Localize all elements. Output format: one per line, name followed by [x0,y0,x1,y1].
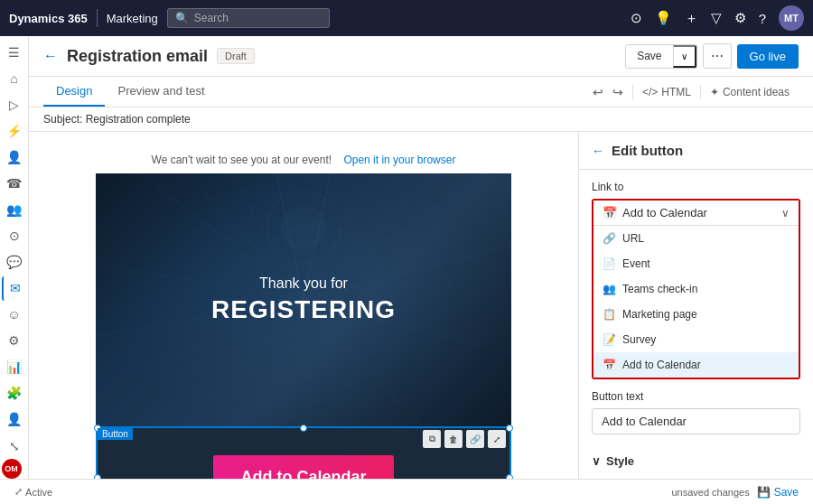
survey-icon: 📝 [603,333,615,346]
duplicate-icon[interactable]: ⧉ [423,430,441,448]
option-add-to-calendar[interactable]: 📅 Add to Calendar [593,352,799,378]
style-section-header[interactable]: ∨ Style [592,454,800,468]
dropdown-options-list: 🔗 URL 📄 Event 👥 Teams check-in [593,226,799,378]
more-options-button[interactable]: ⋯ [703,43,732,69]
link-to-section: Link to 📅 Add to Calendar ∨ 🔗 URL [579,170,813,390]
toolbar-separator [632,85,633,99]
button-text-input[interactable] [592,408,800,434]
undo-icon[interactable]: ↩ [593,85,603,99]
brand-name: Dynamics 365 [9,12,88,25]
resize-icon[interactable]: ⤢ [488,430,506,448]
handle-mid-left[interactable] [94,474,101,480]
button-label-tag: Button [98,428,133,440]
style-section: ∨ Style Font Verdana Arial Times New Rom… [579,445,813,479]
sidebar-item-chat[interactable]: 💬 [2,250,27,275]
settings-icon[interactable]: ⚙ [734,10,746,26]
unsaved-changes-label: unsaved changes [671,487,749,498]
sidebar-item-email[interactable]: ✉ [2,276,27,301]
add-to-calendar-button[interactable]: Add to Calendar [213,455,394,479]
option-marketing[interactable]: 📋 Marketing page [593,302,799,327]
button-text-section: Button text [579,390,813,445]
save-button-group: Save ∨ [625,44,696,69]
chevron-down-icon: ∨ [592,454,601,468]
sidebar-item-smiley[interactable]: ☺ [2,303,27,327]
panel-back-button[interactable]: ← [592,144,604,158]
code-icon: </> [642,86,658,98]
option-survey[interactable]: 📝 Survey [593,327,799,352]
expand-icon[interactable]: ⤢ [14,486,23,498]
button-toolbar: ⧉ 🗑 🔗 ⤢ [423,430,506,448]
sidebar-bottom: ⤡ OM [2,434,27,479]
help-icon[interactable]: ? [759,11,766,26]
url-icon: 🔗 [603,232,615,245]
hero-text-overlay: Thank you for REGISTERING [96,173,511,426]
html-label-text: HTML [661,86,691,98]
option-event[interactable]: 📄 Event [593,251,799,276]
sidebar-item-contacts[interactable]: 👤 [2,145,27,169]
option-marketing-label: Marketing page [622,308,697,321]
sidebar-item-dashboard[interactable]: ⌂ [2,66,27,90]
registering-text: REGISTERING [211,295,396,324]
email-top-text: We can't wait to see you at our event! O… [96,146,511,173]
save-main-button[interactable]: Save [626,45,672,67]
sidebar-item-globe[interactable]: ⊙ [2,223,27,247]
link-to-label: Link to [592,181,800,193]
tabs-bar: Design Preview and test ↩ ↪ </> HTML ✦ C… [29,77,813,107]
open-browser-link[interactable]: Open it in your browser [343,154,455,166]
tab-preview[interactable]: Preview and test [105,77,217,107]
trash-icon[interactable]: 🗑 [444,430,463,448]
link-icon[interactable]: 🔗 [466,430,484,448]
option-teams[interactable]: 👥 Teams check-in [593,276,799,302]
save-icon: 💾 [757,486,771,499]
option-url[interactable]: 🔗 URL [593,226,799,251]
page-header: ← Registration email Draft Save ∨ ⋯ Go l… [29,36,813,77]
back-button[interactable]: ← [43,48,58,64]
subject-value: Registration complete [86,113,191,126]
save-dropdown-button[interactable]: ∨ [673,45,696,68]
bottom-save-button[interactable]: 💾 Save [757,486,799,499]
filter-icon[interactable]: ▽ [711,10,722,26]
content-area: ← Registration email Draft Save ∨ ⋯ Go l… [29,36,813,479]
teams-icon: 👥 [603,283,615,295]
brand-logo: Dynamics 365 [9,12,88,25]
bottom-bar: ⤢ Active unsaved changes 💾 Save [0,479,813,504]
sidebar-item-user2[interactable]: 👤 [2,407,27,432]
sidebar-item-settings2[interactable]: ⚙ [2,329,27,353]
page-title: Registration email [67,47,208,66]
golive-button[interactable]: Go live [737,44,799,69]
content-ideas-tab[interactable]: ✦ Content ideas [710,86,790,98]
sidebar-item-home[interactable]: ☰ [2,40,27,64]
editor-layout: We can't wait to see you at our event! O… [29,132,813,479]
bottom-save-label: Save [774,486,799,499]
header-actions: Save ∨ ⋯ Go live [625,43,799,69]
marketing-icon: 📋 [603,308,615,321]
tab-design[interactable]: Design [43,77,105,107]
top-message: We can't wait to see you at our event! [152,154,332,166]
option-survey-label: Survey [622,333,656,346]
sidebar-item-phone[interactable]: ☎ [2,171,27,195]
sidebar-item-expand[interactable]: ⤡ [2,434,27,459]
sidebar-item-chart[interactable]: 📊 [2,355,27,379]
button-selected-wrapper[interactable]: Button ⧉ 🗑 🔗 ⤢ [96,426,511,479]
sidebar-item-puzzle[interactable]: 🧩 [2,381,27,406]
html-tab[interactable]: </> HTML [642,86,691,98]
sidebar-item-users[interactable]: 👥 [2,197,27,221]
dropdown-selected-item[interactable]: 📅 Add to Calendar ∨ [593,201,799,226]
target-icon[interactable]: ⊙ [631,10,642,26]
sidebar-item-play[interactable]: ▷ [2,92,27,117]
plus-icon[interactable]: ＋ [685,10,698,27]
redo-icon[interactable]: ↪ [612,85,623,99]
sidebar-item-om[interactable]: OM [2,459,22,479]
calendar-icon: 📅 [603,359,615,371]
option-event-label: Event [622,257,650,270]
sidebar-nav: ☰ ⌂ ▷ ⚡ 👤 ☎ 👥 ⊙ 💬 ✉ ☺ ⚙ 📊 🧩 👤 ⤡ OM [0,36,29,479]
user-avatar[interactable]: MT [779,5,804,31]
bottom-bar-right: unsaved changes 💾 Save [671,486,799,499]
bulb-icon[interactable]: 💡 [655,10,672,26]
module-name: Marketing [107,12,158,25]
nav-divider [97,9,98,27]
option-url-label: URL [622,232,644,245]
search-bar[interactable]: 🔍 Search [167,8,330,28]
selected-icon: 📅 [603,206,617,219]
sidebar-item-leads[interactable]: ⚡ [2,118,27,143]
